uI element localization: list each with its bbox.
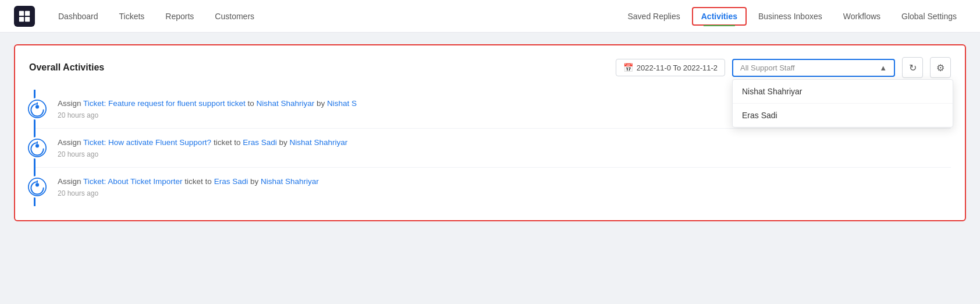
date-range-button[interactable]: 📅 2022-11-0 To 2022-11-2 — [616, 59, 725, 76]
nav-saved-replies[interactable]: Saved Replies — [618, 7, 689, 26]
settings-button[interactable]: ⚙ — [930, 57, 951, 78]
staff-dropdown-wrapper: All Support Staff ▲ Nishat Shahriyar Era… — [732, 59, 895, 77]
date-range-label: 2022-11-0 To 2022-11-2 — [637, 63, 718, 72]
agent-link[interactable]: Nishat Shahriyar — [256, 99, 314, 108]
main-content: Overall Activities 📅 2022-11-0 To 2022-1… — [0, 33, 980, 233]
activity-text: Assign Ticket: How activate Fluent Suppo… — [58, 137, 951, 149]
activities-header: Overall Activities 📅 2022-11-0 To 2022-1… — [29, 57, 951, 78]
nav-activities[interactable]: Activities — [692, 7, 747, 26]
staff-option-nishat[interactable]: Nishat Shahriyar — [733, 80, 953, 104]
calendar-icon: 📅 — [623, 63, 633, 72]
svg-point-8 — [35, 144, 39, 147]
nav-business-inboxes[interactable]: Business Inboxes — [749, 7, 832, 26]
activity-text: Assign Ticket: About Ticket Importer tic… — [58, 176, 951, 188]
agent-link[interactable]: Eras Sadi — [214, 177, 248, 186]
nav-global-settings[interactable]: Global Settings — [892, 7, 966, 26]
activity-content: Assign Ticket: How activate Fluent Suppo… — [58, 137, 951, 158]
ticket-link[interactable]: Ticket: How activate Fluent Support? — [83, 138, 211, 147]
top-navigation: Dashboard Tickets Reports Customers Save… — [0, 0, 980, 33]
nav-dashboard[interactable]: Dashboard — [49, 7, 108, 26]
activity-time: 20 hours ago — [58, 189, 951, 197]
agent-link[interactable]: Eras Sadi — [243, 138, 277, 147]
ticket-link[interactable]: Ticket: Feature request for fluent suppo… — [83, 99, 246, 108]
staff-dropdown-placeholder: All Support Staff — [740, 63, 795, 72]
nav-tickets[interactable]: Tickets — [110, 7, 154, 26]
nav-right: Saved Replies Activities Business Inboxe… — [618, 7, 966, 26]
refresh-button[interactable]: ↻ — [902, 57, 923, 78]
nav-left: Dashboard Tickets Reports Customers — [49, 7, 618, 26]
nav-customers[interactable]: Customers — [205, 7, 264, 26]
chevron-up-icon: ▲ — [879, 63, 887, 72]
nav-reports[interactable]: Reports — [156, 7, 203, 26]
staff-option-eras[interactable]: Eras Sadi — [733, 104, 953, 127]
staff-dropdown-menu: Nishat Shahriyar Eras Sadi — [732, 79, 953, 128]
svg-point-11 — [35, 183, 39, 186]
activity-icon — [26, 137, 48, 159]
svg-point-5 — [35, 105, 39, 108]
activities-title: Overall Activities — [29, 62, 609, 73]
svg-rect-3 — [25, 16, 30, 21]
refresh-icon: ↻ — [909, 62, 917, 73]
svg-rect-0 — [19, 10, 24, 15]
activity-time: 20 hours ago — [58, 150, 951, 158]
activity-icon — [26, 176, 48, 198]
by-link[interactable]: Nishat Shahriyar — [289, 138, 347, 147]
staff-dropdown-button[interactable]: All Support Staff ▲ — [732, 59, 895, 77]
app-logo[interactable] — [14, 6, 35, 27]
by-link[interactable]: Nishat Shahriyar — [261, 177, 319, 186]
svg-rect-1 — [25, 10, 30, 15]
activity-content: Assign Ticket: About Ticket Importer tic… — [58, 176, 951, 197]
nav-workflows[interactable]: Workflows — [834, 7, 890, 26]
activity-icon — [26, 98, 48, 120]
by-link[interactable]: Nishat S — [327, 99, 357, 108]
ticket-link[interactable]: Ticket: About Ticket Importer — [83, 177, 183, 186]
activity-item: Assign Ticket: About Ticket Importer tic… — [35, 168, 951, 206]
activity-item: Assign Ticket: How activate Fluent Suppo… — [35, 129, 951, 168]
gear-icon: ⚙ — [936, 62, 945, 73]
svg-rect-2 — [19, 16, 24, 21]
activities-container: Overall Activities 📅 2022-11-0 To 2022-1… — [14, 44, 966, 221]
